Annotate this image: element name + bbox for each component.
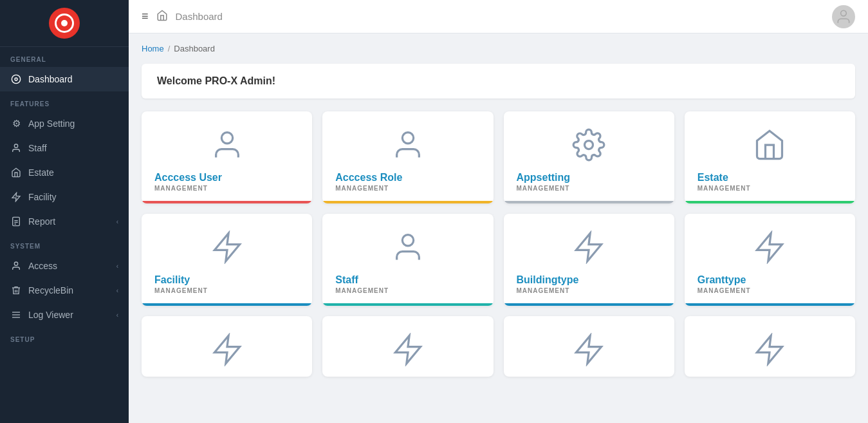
svg-point-12 [841, 10, 847, 16]
sidebar-item-label-report: Report [28, 216, 110, 227]
svg-marker-20 [214, 335, 239, 363]
home-icon-topbar[interactable] [156, 10, 168, 24]
card-title-granttype: Granttype [697, 274, 746, 286]
svg-marker-16 [214, 233, 239, 261]
card-subtitle-buildingtype: MANAGEMENT [517, 287, 570, 294]
sidebar-item-label-estate: Estate [28, 167, 118, 178]
card-estate[interactable]: Estate MANAGEMENT [685, 111, 855, 203]
card-bar-access-user [142, 201, 312, 203]
sidebar-item-app-setting[interactable]: ⚙ App Setting [0, 111, 129, 136]
svg-marker-18 [577, 233, 602, 261]
sidebar-logo [0, 0, 129, 47]
card-title-access-role: Acccess Role [335, 172, 402, 183]
sidebar-item-access[interactable]: Access ‹ [0, 254, 129, 278]
topbar: ≡ Dashboard [129, 0, 868, 33]
breadcrumb-current: Dashboard [174, 44, 215, 53]
card-subtitle-access-user: MANAGEMENT [154, 185, 208, 192]
card-appsetting[interactable]: Appsetting MANAGEMENT [504, 111, 674, 203]
card-bar-staff [322, 303, 493, 306]
card-bar-appsetting [504, 201, 674, 203]
card-icon-row3-1 [154, 333, 299, 366]
sidebar-section-general: GENERAL Dashboard [0, 47, 129, 91]
sidebar-item-dashboard[interactable]: Dashboard [0, 67, 129, 91]
card-bar-buildingtype [504, 303, 674, 306]
svg-point-14 [402, 133, 413, 144]
sidebar-section-setup: SETUP [0, 327, 129, 347]
sidebar-item-recycle-bin[interactable]: RecycleBin ‹ [0, 278, 129, 303]
welcome-card: Welcome PRO-X Admin! [142, 64, 855, 99]
trash-icon [10, 285, 22, 296]
card-bar-access-role [322, 201, 493, 203]
card-icon-facility [154, 230, 299, 264]
card-granttype[interactable]: Granttype MANAGEMENT [685, 214, 855, 306]
sidebar-item-staff[interactable]: Staff [0, 136, 129, 160]
svg-marker-23 [757, 335, 782, 363]
sidebar-item-facility[interactable]: Facility [0, 185, 129, 209]
sidebar-item-estate[interactable]: Estate [0, 160, 129, 185]
section-label-features: FEATURES [0, 91, 129, 111]
access-icon [10, 260, 22, 272]
card-title-facility: Facility [154, 274, 190, 286]
section-label-system: SYSTEM [0, 234, 129, 254]
report-icon [10, 216, 22, 227]
sidebar-item-label-access: Access [28, 261, 110, 271]
card-bar-granttype [685, 303, 855, 306]
chevron-icon-report: ‹ [116, 218, 118, 225]
card-access-role[interactable]: Acccess Role MANAGEMENT [322, 111, 493, 203]
dashboard-icon [10, 73, 22, 85]
card-icon-access-user [154, 128, 299, 162]
svg-point-2 [14, 144, 17, 147]
card-staff[interactable]: Staff MANAGEMENT [322, 214, 493, 306]
breadcrumb-separator: / [168, 44, 171, 53]
card-icon-row3-2 [335, 333, 480, 366]
card-row3-3[interactable] [504, 316, 674, 377]
section-label-general: GENERAL [0, 47, 129, 67]
card-subtitle-appsetting: MANAGEMENT [517, 185, 570, 192]
card-access-user[interactable]: Acccess User MANAGEMENT [142, 111, 312, 203]
chevron-icon-recycle-bin: ‹ [116, 287, 118, 294]
home-icon [10, 167, 22, 178]
card-subtitle-facility: MANAGEMENT [154, 287, 208, 294]
topbar-title: Dashboard [176, 11, 223, 22]
sidebar-item-label-log-viewer: Log Viewer [28, 310, 110, 320]
main-area: ≡ Dashboard Home / Dashboard Welcome PRO… [129, 0, 868, 423]
card-row3-1[interactable] [142, 316, 312, 377]
card-buildingtype[interactable]: Buildingtype MANAGEMENT [504, 214, 674, 306]
svg-marker-21 [395, 335, 420, 363]
user-avatar[interactable] [832, 5, 855, 28]
card-icon-staff [335, 230, 480, 264]
breadcrumb: Home / Dashboard [142, 44, 855, 53]
card-subtitle-estate: MANAGEMENT [697, 185, 751, 192]
card-row3-2[interactable] [322, 316, 493, 377]
person-icon [10, 142, 22, 154]
card-row3-4[interactable] [685, 316, 855, 377]
card-title-appsetting: Appsetting [517, 172, 571, 183]
breadcrumb-home[interactable]: Home [142, 44, 164, 53]
sidebar-item-log-viewer[interactable]: Log Viewer ‹ [0, 303, 129, 327]
sidebar: GENERAL Dashboard FEATURES ⚙ App Setting [0, 0, 129, 423]
svg-marker-3 [12, 193, 20, 201]
svg-point-15 [585, 141, 593, 149]
card-subtitle-staff: MANAGEMENT [335, 287, 389, 294]
hamburger-button[interactable]: ≡ [142, 10, 149, 23]
welcome-text: Welcome PRO-X Admin! [157, 75, 275, 86]
card-title-access-user: Acccess User [154, 172, 222, 183]
card-title-buildingtype: Buildingtype [517, 274, 579, 286]
svg-point-8 [14, 262, 17, 265]
content-area: Home / Dashboard Welcome PRO-X Admin! Ac… [129, 33, 868, 423]
card-title-estate: Estate [697, 172, 728, 183]
sidebar-item-report[interactable]: Report ‹ [0, 209, 129, 234]
sidebar-section-features: FEATURES ⚙ App Setting Staff Estate [0, 91, 129, 234]
card-icon-buildingtype [517, 230, 661, 264]
sidebar-item-label-facility: Facility [28, 192, 118, 202]
card-facility[interactable]: Facility MANAGEMENT [142, 214, 312, 306]
sidebar-item-label-dashboard: Dashboard [28, 74, 118, 84]
log-icon [10, 309, 22, 321]
card-icon-appsetting [517, 128, 661, 162]
chevron-icon-log-viewer: ‹ [116, 312, 118, 319]
card-title-staff: Staff [335, 274, 358, 286]
svg-marker-19 [757, 233, 782, 261]
chevron-icon-access: ‹ [116, 263, 118, 270]
app-logo [49, 8, 80, 39]
card-bar-facility [142, 303, 312, 306]
